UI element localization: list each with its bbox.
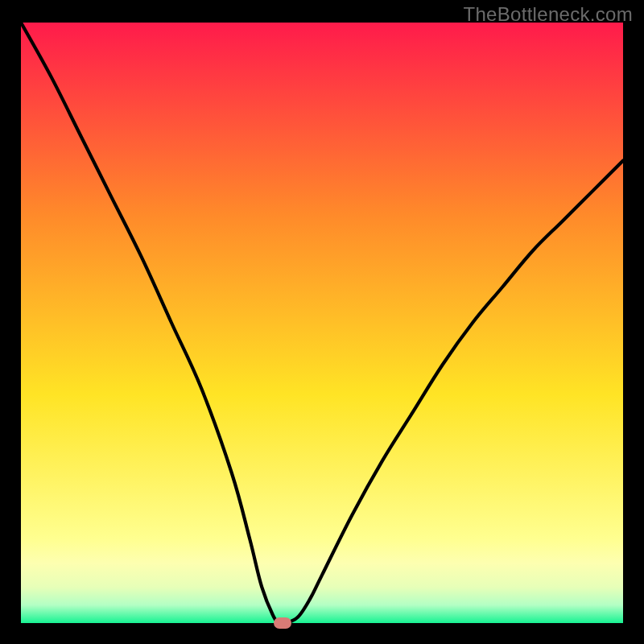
attribution-text: TheBottleneck.com [463,3,633,26]
gradient-background [21,23,623,623]
plot-area [21,23,623,623]
optimal-marker [274,617,291,629]
chart-container: TheBottleneck.com [0,0,644,644]
chart-svg [21,23,623,623]
